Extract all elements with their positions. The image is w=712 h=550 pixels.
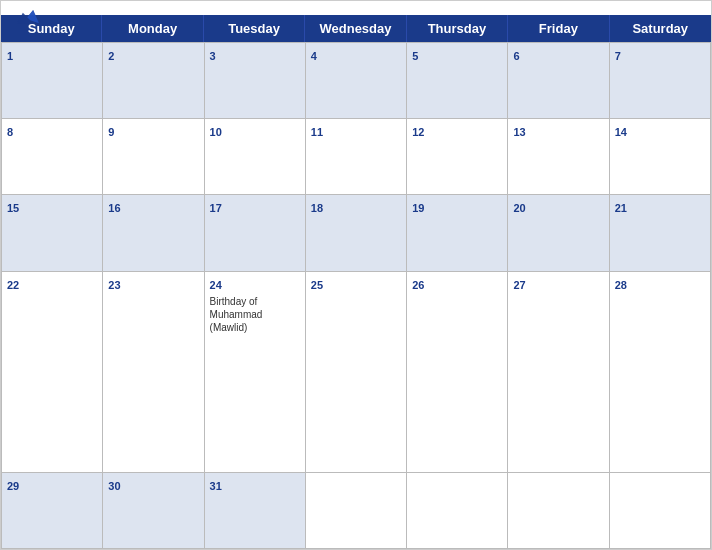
header-monday: Monday <box>102 15 203 42</box>
day-number: 27 <box>513 279 525 291</box>
day-cell: 26 <box>407 271 508 472</box>
day-cell: 10 <box>204 119 305 195</box>
day-number: 28 <box>615 279 627 291</box>
day-number: 11 <box>311 126 323 138</box>
day-number: 30 <box>108 480 120 492</box>
day-cell: 17 <box>204 195 305 271</box>
day-number: 7 <box>615 50 621 62</box>
day-cell: 5 <box>407 43 508 119</box>
event-text: Birthday of Muhammad (Mawlid) <box>210 295 300 334</box>
day-cell <box>609 472 710 548</box>
day-number: 24 <box>210 279 222 291</box>
day-cell: 27 <box>508 271 609 472</box>
day-cell: 20 <box>508 195 609 271</box>
day-number: 4 <box>311 50 317 62</box>
header-thursday: Thursday <box>407 15 508 42</box>
day-cell: 31 <box>204 472 305 548</box>
day-number: 19 <box>412 202 424 214</box>
day-number: 18 <box>311 202 323 214</box>
day-cell: 18 <box>305 195 406 271</box>
day-cell <box>407 472 508 548</box>
day-number: 17 <box>210 202 222 214</box>
calendar: Sunday Monday Tuesday Wednesday Thursday… <box>0 0 712 550</box>
day-cell: 28 <box>609 271 710 472</box>
day-number: 14 <box>615 126 627 138</box>
day-cell: 7 <box>609 43 710 119</box>
day-cell: 8 <box>2 119 103 195</box>
header-friday: Friday <box>508 15 609 42</box>
day-cell: 14 <box>609 119 710 195</box>
day-cell: 30 <box>103 472 204 548</box>
day-cell: 2 <box>103 43 204 119</box>
day-number: 26 <box>412 279 424 291</box>
day-number: 15 <box>7 202 19 214</box>
day-number: 25 <box>311 279 323 291</box>
day-cell: 23 <box>103 271 204 472</box>
day-number: 31 <box>210 480 222 492</box>
day-number: 23 <box>108 279 120 291</box>
day-number: 6 <box>513 50 519 62</box>
day-number: 2 <box>108 50 114 62</box>
day-number: 29 <box>7 480 19 492</box>
day-cell: 4 <box>305 43 406 119</box>
day-number: 5 <box>412 50 418 62</box>
day-cell: 29 <box>2 472 103 548</box>
day-cell: 19 <box>407 195 508 271</box>
calendar-grid: 123456789101112131415161718192021222324B… <box>1 42 711 549</box>
day-number: 22 <box>7 279 19 291</box>
day-cell: 24Birthday of Muhammad (Mawlid) <box>204 271 305 472</box>
day-cell <box>508 472 609 548</box>
day-cell: 15 <box>2 195 103 271</box>
header-tuesday: Tuesday <box>204 15 305 42</box>
day-cell: 25 <box>305 271 406 472</box>
day-number: 9 <box>108 126 114 138</box>
day-number: 10 <box>210 126 222 138</box>
logo <box>17 9 42 27</box>
header-saturday: Saturday <box>610 15 711 42</box>
day-number: 8 <box>7 126 13 138</box>
day-cell: 21 <box>609 195 710 271</box>
day-number: 21 <box>615 202 627 214</box>
day-cell: 16 <box>103 195 204 271</box>
day-cell: 3 <box>204 43 305 119</box>
calendar-header <box>1 1 711 15</box>
day-number: 3 <box>210 50 216 62</box>
day-headers: Sunday Monday Tuesday Wednesday Thursday… <box>1 15 711 42</box>
day-cell: 6 <box>508 43 609 119</box>
day-number: 12 <box>412 126 424 138</box>
logo-icon <box>17 9 42 27</box>
day-number: 20 <box>513 202 525 214</box>
header-wednesday: Wednesday <box>305 15 406 42</box>
day-cell: 1 <box>2 43 103 119</box>
day-number: 1 <box>7 50 13 62</box>
day-cell: 9 <box>103 119 204 195</box>
day-cell: 11 <box>305 119 406 195</box>
day-cell <box>305 472 406 548</box>
day-cell: 12 <box>407 119 508 195</box>
day-cell: 22 <box>2 271 103 472</box>
logo-bird-icon <box>17 9 39 27</box>
day-cell: 13 <box>508 119 609 195</box>
day-number: 16 <box>108 202 120 214</box>
day-number: 13 <box>513 126 525 138</box>
